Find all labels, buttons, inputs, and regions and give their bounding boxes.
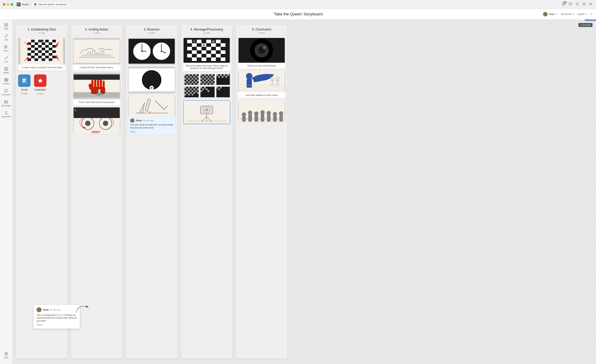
svg-rect-130 [187, 40, 192, 43]
svg-rect-58 [52, 53, 56, 56]
svg-rect-60 [35, 56, 38, 58]
svg-rect-137 [221, 43, 225, 47]
svg-rect-100 [74, 74, 120, 80]
inspiration-card[interactable]: Inspiration 0 cards [34, 74, 46, 95]
svg-rect-144 [211, 50, 216, 54]
svg-rect-44 [35, 45, 38, 48]
svg-rect-134 [192, 43, 197, 47]
trash-label: Trash [4, 357, 9, 359]
card-eye[interactable]: Close up of eye shows tension [238, 38, 285, 69]
fullscreen-button[interactable]: ⤢ [590, 12, 592, 16]
svg-rect-227 [192, 90, 193, 92]
sidebar-item-link[interactable]: Link [0, 32, 12, 43]
sidebar-item-note[interactable]: Note [0, 21, 12, 32]
chess-board-svg [20, 38, 63, 65]
floating-comment-avatar [37, 307, 42, 312]
card-audience[interactable] [238, 100, 285, 122]
home-link[interactable]: Home [22, 3, 29, 6]
card-two-clocks[interactable] [128, 38, 175, 65]
minimize-button[interactable] [7, 3, 9, 6]
card-orbit[interactable]: ORBIT $ [73, 107, 120, 134]
svg-point-156 [212, 40, 215, 43]
card-chess-grid[interactable] [183, 73, 230, 98]
sidebar-item-upload[interactable]: Upload file [0, 109, 12, 119]
team-button[interactable]: Team ▼ [543, 12, 558, 17]
card-locked-shot[interactable]: Locked off shot. Hand enters frame. [73, 38, 120, 71]
svg-rect-67 [38, 40, 44, 42]
upload-label: Upload file [2, 116, 11, 118]
card-camera-sketch[interactable]: Sonia [183, 100, 230, 124]
search-icon[interactable] [575, 2, 579, 7]
svg-point-278 [242, 112, 246, 116]
sidebar-item-todo[interactable]: To-do [0, 43, 12, 53]
close-button[interactable] [3, 3, 5, 6]
svg-rect-26 [5, 79, 6, 81]
col3-title: 3. Reaction [129, 28, 175, 31]
page-header: 'Take the Queen' Storyboard Team ▼ Secre… [0, 9, 596, 20]
script-card[interactable]: Script 0 cards [18, 74, 30, 95]
maximize-button[interactable] [11, 3, 13, 6]
svg-rect-185 [204, 74, 206, 76]
notifications-icon[interactable]: 65 [562, 2, 566, 7]
svg-rect-140 [206, 47, 211, 50]
svg-rect-231 [193, 92, 195, 94]
secret-link-button[interactable]: Secret link ▼ [561, 13, 574, 15]
todo-icon [4, 45, 8, 49]
sidebar-item-column[interactable]: Column [0, 76, 12, 87]
floating-comment-reply[interactable]: Reply [37, 324, 77, 326]
trash-icon [4, 352, 8, 356]
locked-shot-svg [74, 40, 120, 63]
window-controls [3, 3, 13, 6]
orbit-image: ORBIT $ [73, 107, 120, 134]
col4-title: 4. Montage/Processing [184, 28, 230, 31]
bell-icon[interactable] [582, 2, 586, 7]
card12-caption: Last move happens in slow motion [238, 92, 285, 98]
sidebar-item-board[interactable]: Board [0, 65, 12, 75]
svg-rect-147 [197, 54, 201, 58]
svg-rect-161 [192, 74, 193, 76]
card-chess-board[interactable]: "A chess match is starting!" Push into b… [18, 38, 65, 71]
card7-comment: Sonia 28 mins ago This part could be rea… [128, 116, 175, 135]
card-pencil-sketch[interactable]: Sonia 28 mins ago This part could be rea… [128, 95, 175, 135]
svg-rect-2 [19, 4, 20, 4]
top-nav-icons: 65 ? [562, 2, 592, 7]
sidebar-item-line[interactable]: Line [0, 54, 12, 65]
card3-caption: Push in and orbit around moved pawn [73, 99, 120, 105]
svg-rect-150 [192, 58, 197, 61]
export-button[interactable]: Export ▼ [578, 13, 587, 15]
svg-point-282 [254, 111, 258, 116]
user-icon[interactable] [589, 2, 592, 7]
svg-rect-166 [197, 76, 199, 78]
help-icon[interactable]: ? [569, 2, 572, 7]
secret-link-dropdown-icon: ▼ [573, 13, 574, 15]
svg-rect-234 [188, 94, 190, 95]
svg-rect-64 [38, 58, 42, 61]
sidebar-item-trash[interactable]: Trash [0, 350, 12, 360]
svg-rect-191 [213, 76, 215, 78]
svg-rect-40 [38, 42, 42, 45]
svg-rect-53 [42, 50, 45, 53]
card-red-hand[interactable]: Push in and orbit around moved pawn [73, 73, 120, 105]
page-tab[interactable]: 'Take the Queen' Storyboard [32, 2, 69, 7]
svg-rect-66 [52, 58, 56, 61]
comment-reply[interactable]: Reply [130, 131, 173, 133]
black-circle-image [128, 67, 175, 93]
svg-rect-45 [42, 45, 45, 48]
sidebar-item-add-image[interactable]: Add image [0, 98, 12, 109]
card-chess-board-large[interactable]: Slow push away from board. Pieces play o… [183, 38, 230, 71]
column-montage: 4. Montage/Processing 3 cards [181, 25, 232, 359]
col2-header: 2. Inciting Action 3 cards [71, 25, 122, 36]
chess-grid-image [183, 73, 230, 98]
svg-rect-202 [208, 81, 209, 83]
svg-rect-63 [31, 58, 35, 61]
card-blue-figure[interactable]: Last move happens in slow motion [238, 71, 285, 98]
col4-count: 3 cards [184, 32, 230, 34]
tool-cards: Script 0 cards Inspiration 0 cards [18, 73, 65, 97]
svg-rect-182 [197, 83, 199, 85]
card-black-circle[interactable] [128, 67, 175, 93]
svg-rect-217 [185, 87, 186, 88]
script-icon [18, 74, 30, 87]
svg-point-286 [267, 111, 271, 115]
notification-badge: 65 [563, 1, 566, 4]
sidebar-item-comment[interactable]: Comment [0, 87, 12, 97]
